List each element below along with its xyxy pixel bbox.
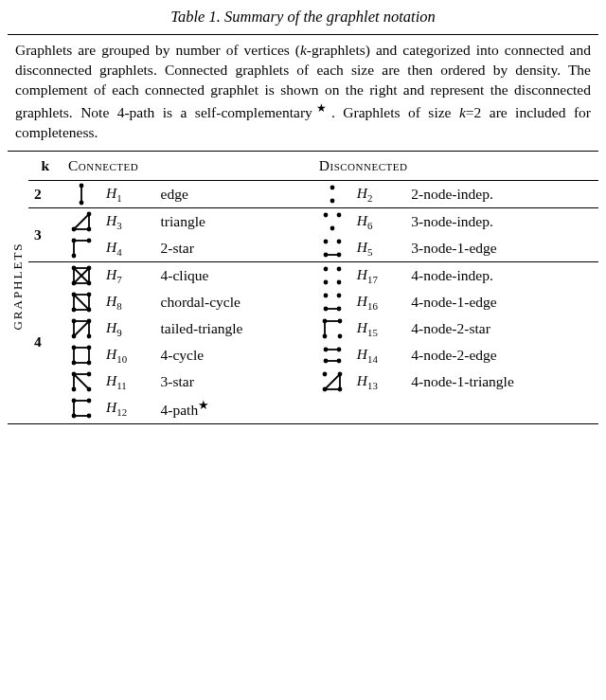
table-caption: Graphlets are grouped by number of verti… (8, 35, 598, 151)
svg-point-72 (72, 360, 77, 365)
svg-point-64 (322, 333, 327, 338)
svg-line-6 (74, 214, 89, 229)
col-k: k (28, 152, 62, 181)
graphlet-name: 4-node-indep. (405, 262, 598, 289)
graphlet-symbol: H8 (100, 289, 155, 315)
svg-point-57 (87, 318, 92, 323)
graphlet-symbol: H7 (100, 262, 155, 289)
k-value: 4 (28, 262, 62, 422)
graphlet-name: triangle (155, 208, 313, 235)
side-label: GRAPHLETS (8, 152, 28, 422)
svg-point-63 (337, 318, 342, 323)
graphlet-icon (62, 315, 100, 342)
graphlet-symbol: H16 (351, 289, 406, 315)
table-title: Table 1. Summary of the graphlet notatio… (8, 8, 598, 32)
svg-point-18 (87, 238, 92, 242)
graphlet-name: 2-node-indep. (405, 181, 598, 208)
svg-point-58 (72, 333, 77, 338)
graphlet-symbol: H13 (351, 368, 406, 395)
graphlet-icon (313, 208, 351, 235)
svg-point-4 (330, 198, 334, 203)
graphlet-symbol: H9 (100, 315, 155, 342)
svg-point-51 (336, 306, 341, 311)
svg-point-85 (72, 386, 77, 391)
svg-point-31 (87, 265, 92, 270)
graphlet-icon (62, 289, 100, 315)
svg-point-1 (80, 183, 84, 188)
svg-point-45 (72, 307, 77, 312)
svg-point-65 (337, 333, 342, 338)
svg-point-48 (336, 293, 341, 297)
graphlet-icon (313, 289, 351, 315)
svg-point-86 (87, 386, 92, 391)
graphlet-icon (313, 315, 351, 342)
svg-point-22 (323, 252, 328, 257)
graphlet-symbol: H11 (100, 368, 155, 395)
svg-point-50 (323, 306, 328, 311)
k-value: 2 (28, 181, 62, 208)
svg-point-34 (323, 266, 328, 271)
graphlet-icon (62, 368, 100, 395)
svg-point-36 (323, 279, 328, 284)
table-row: H42-starH53-node-1-edge (28, 235, 598, 262)
svg-line-82 (74, 374, 89, 389)
svg-point-19 (323, 239, 328, 243)
svg-point-46 (87, 307, 92, 312)
svg-point-90 (322, 386, 327, 391)
svg-point-78 (323, 358, 328, 363)
graphlet-table: k Connected Disconnected 2H1edgeH22-node… (28, 152, 598, 422)
svg-point-93 (322, 371, 327, 376)
graphlet-icon (313, 262, 351, 289)
graphlet-name: tailed-triangle (155, 315, 313, 342)
svg-point-97 (72, 398, 77, 403)
graphlet-name: 4-node-2-star (405, 315, 598, 342)
svg-point-56 (72, 318, 77, 323)
svg-point-43 (72, 292, 77, 296)
svg-point-12 (336, 212, 341, 217)
svg-point-16 (72, 238, 77, 242)
graphlet-name: 4-node-1-edge (405, 289, 598, 315)
graphlet-icon (62, 208, 100, 235)
svg-point-2 (80, 200, 84, 205)
svg-point-47 (323, 293, 328, 297)
table-row: 2H1edgeH22-node-indep. (28, 181, 598, 208)
graphlet-name: 4-node-2-edge (405, 342, 598, 368)
graphlet-name (405, 395, 598, 422)
svg-point-70 (72, 345, 77, 350)
svg-line-88 (325, 374, 340, 389)
col-disconnected: Disconnected (313, 152, 598, 181)
svg-point-9 (87, 226, 92, 231)
graphlet-icon (313, 342, 351, 368)
graphlet-icon (62, 262, 100, 289)
table-row: 4H74-cliqueH174-node-indep. (28, 262, 598, 289)
table-row: H9tailed-triangleH154-node-2-star (28, 315, 598, 342)
svg-point-73 (87, 360, 92, 365)
graphlet-symbol: H4 (100, 235, 155, 262)
graphlet-symbol: H3 (100, 208, 155, 235)
graphlet-symbol: H5 (351, 235, 406, 262)
graphlet-icon (313, 368, 351, 395)
graphlet-name: 3-node-indep. (405, 208, 598, 235)
svg-point-92 (337, 371, 342, 376)
svg-point-10 (87, 211, 92, 216)
col-connected: Connected (62, 152, 313, 181)
svg-point-8 (72, 226, 77, 231)
svg-point-11 (323, 212, 328, 217)
svg-point-77 (336, 347, 341, 351)
svg-point-37 (336, 279, 341, 284)
graphlet-symbol: H12 (100, 395, 155, 422)
svg-point-62 (322, 318, 327, 323)
graphlet-symbol: H1 (100, 181, 155, 208)
svg-point-76 (323, 347, 328, 351)
svg-point-98 (87, 398, 92, 403)
svg-line-53 (74, 321, 89, 336)
table-row: H113-starH134-node-1-triangle (28, 368, 598, 395)
svg-point-99 (72, 413, 77, 418)
svg-point-13 (330, 225, 334, 230)
graphlet-name: 4-cycle (155, 342, 313, 368)
graphlet-icon (313, 181, 351, 208)
svg-point-44 (87, 292, 92, 296)
svg-point-17 (72, 253, 77, 258)
graphlet-name: 4-clique (155, 262, 313, 289)
graphlet-symbol (351, 395, 406, 422)
